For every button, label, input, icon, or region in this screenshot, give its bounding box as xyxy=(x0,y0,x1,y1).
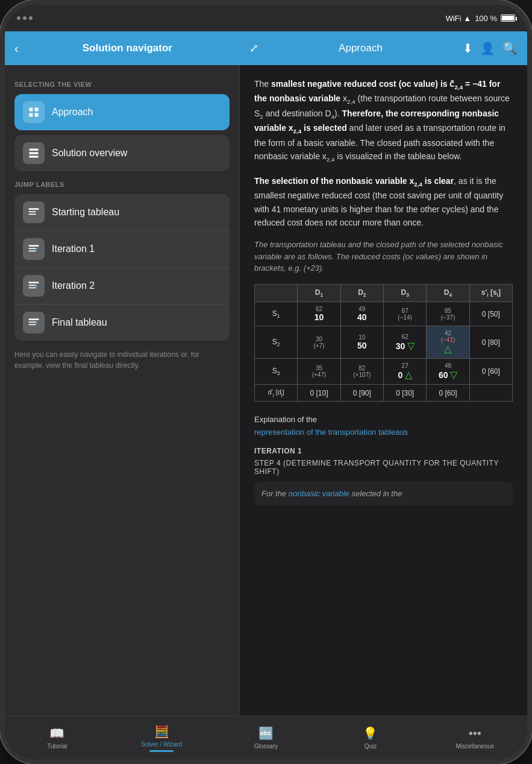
cell-s2-d4: 42 (−41) △ xyxy=(427,326,469,359)
content-area[interactable]: The smallest negative reduced cost (oc v… xyxy=(240,65,527,716)
cell-s3-d1: 35 (+47) xyxy=(298,359,340,385)
screen: WiFi ▲ 100 % ‹ Solution navigator ⤢ Appr… xyxy=(5,5,527,759)
expand-icon[interactable]: ⤢ xyxy=(249,42,258,55)
main-content: SELECTING THE VIEW Approach Solution ove… xyxy=(5,65,527,716)
sidebar-jump-final[interactable]: Final tableau xyxy=(14,305,230,341)
sidebar: SELECTING THE VIEW Approach Solution ove… xyxy=(5,65,240,716)
table-row-demand: d'j [dj] 0 [10] 0 [90] 0 [30] 0 [60] xyxy=(255,385,513,402)
status-dots xyxy=(17,16,33,20)
cell-s1-d4: 85 (−37) xyxy=(427,302,469,326)
svg-marker-13 xyxy=(36,248,37,251)
quiz-icon: 💡 xyxy=(363,726,378,740)
solution-icon xyxy=(23,142,45,164)
transport-table: D1 D2 D3 D4 s'i [si] S1 62 xyxy=(254,284,513,402)
cell-d2-demand: 0 [90] xyxy=(340,385,383,402)
approach-icon xyxy=(23,101,45,123)
sidebar-approach-label: Approach xyxy=(52,107,93,118)
cell-s2-d2: 10 50 xyxy=(340,326,383,359)
tutorial-label: Tutorial xyxy=(47,743,67,750)
final-tableau-icon xyxy=(23,312,45,333)
tab-tutorial[interactable]: 📖 Tutorial xyxy=(5,726,109,750)
sidebar-item-approach[interactable]: Approach xyxy=(14,94,230,130)
svg-rect-6 xyxy=(30,156,39,157)
table-row-s2: S2 30 (+7) 10 50 62 30 xyxy=(255,326,513,359)
dot3 xyxy=(29,16,33,20)
status-bar: WiFi ▲ 100 % xyxy=(5,5,527,31)
paragraph2: The selection of the nonbasic variable x… xyxy=(254,174,513,230)
svg-rect-10 xyxy=(29,245,39,247)
table-header-si: s'i [si] xyxy=(469,284,512,301)
svg-rect-12 xyxy=(29,251,36,252)
svg-rect-8 xyxy=(29,211,36,212)
svg-rect-15 xyxy=(29,285,36,286)
table-header-d4: D4 xyxy=(427,284,469,301)
table-row-s1: S1 62 10 49 40 87 (−14) xyxy=(255,302,513,326)
tab-indicator xyxy=(149,750,174,752)
svg-rect-1 xyxy=(35,108,39,112)
sidebar-jump-box: Starting tableau Iteration 1 xyxy=(14,194,230,341)
sidebar-jump-section: JUMP LABELS Starting tableau xyxy=(14,181,230,341)
iter1-icon xyxy=(23,238,45,260)
iteration-heading: ITERATION 1 xyxy=(254,447,513,455)
sidebar-section1-label: SELECTING THE VIEW xyxy=(14,81,230,88)
device: WiFi ▲ 100 % ‹ Solution navigator ⤢ Appr… xyxy=(0,0,532,764)
svg-rect-20 xyxy=(29,324,36,326)
battery-pct: 100 % xyxy=(475,14,497,23)
svg-rect-16 xyxy=(29,288,36,289)
iter2-icon xyxy=(23,275,45,297)
sidebar-solution-label: Solution overview xyxy=(52,148,127,159)
tutorial-icon: 📖 xyxy=(49,726,64,740)
jump-iter2-label: Iteration 2 xyxy=(52,280,95,291)
svg-rect-4 xyxy=(30,149,39,151)
sidebar-jump-starting[interactable]: Starting tableau xyxy=(14,194,230,231)
content-nav-title: Approach xyxy=(258,42,463,54)
cell-s3-si: 0 [60] xyxy=(469,359,512,385)
dot1 xyxy=(17,16,20,20)
table-header-empty xyxy=(255,284,298,301)
back-button[interactable]: ‹ xyxy=(14,42,19,55)
row-label-s3: S3 xyxy=(255,359,298,385)
download-icon[interactable]: ⬇ xyxy=(463,41,473,55)
svg-rect-18 xyxy=(29,318,39,320)
sidebar-jump-iter1[interactable]: Iteration 1 xyxy=(14,231,230,268)
misc-icon: ••• xyxy=(469,727,481,740)
tab-quiz[interactable]: 💡 Quiz xyxy=(318,726,422,750)
battery-bar xyxy=(501,14,515,22)
cell-s2-d3: 62 30 ▽ xyxy=(383,326,426,359)
tab-glossary[interactable]: 🔤 Glossary xyxy=(214,726,318,750)
battery-fill xyxy=(502,16,514,21)
cell-s1-si: 0 [50] xyxy=(469,302,512,326)
row-label-demand: d'j [dj] xyxy=(255,385,298,402)
svg-rect-14 xyxy=(29,282,39,283)
search-icon[interactable]: 🔍 xyxy=(502,41,518,55)
person-icon[interactable]: 👤 xyxy=(480,41,495,55)
cell-d4-demand: 0 [60] xyxy=(427,385,469,402)
misc-label: Miscellaneous xyxy=(456,743,494,750)
row-label-s1: S1 xyxy=(255,302,298,326)
sidebar-section2-label: JUMP LABELS xyxy=(14,181,230,188)
svg-marker-21 xyxy=(36,321,37,324)
tab-solver[interactable]: 🧮 Solver / Wizard xyxy=(109,724,213,752)
svg-marker-17 xyxy=(36,285,37,288)
sidebar-item-solution[interactable]: Solution overview xyxy=(14,135,230,171)
svg-rect-5 xyxy=(30,152,39,154)
sidebar-jump-iter2[interactable]: Iteration 2 xyxy=(14,268,230,305)
tab-misc[interactable]: ••• Miscellaneous xyxy=(423,727,527,750)
nav-right: ⤢ Approach ⬇ 👤 🔍 xyxy=(240,41,527,55)
status-right: WiFi ▲ 100 % xyxy=(446,14,515,23)
glossary-icon: 🔤 xyxy=(258,726,274,740)
cell-s2-d1: 30 (+7) xyxy=(298,326,340,359)
cell-d3-demand: 0 [30] xyxy=(383,385,426,402)
nav-left: ‹ Solution navigator xyxy=(5,42,240,55)
svg-rect-19 xyxy=(29,321,36,323)
nav-bar: ‹ Solution navigator ⤢ Approach ⬇ 👤 🔍 xyxy=(5,31,527,65)
cell-d1-demand: 0 [10] xyxy=(298,385,340,402)
sidebar-help-text: Here you can easily navigate to individu… xyxy=(14,349,230,371)
wifi-icon: WiFi ▲ xyxy=(446,14,471,23)
nav-title: Solution navigator xyxy=(25,42,230,54)
jump-iter1-label: Iteration 1 xyxy=(52,244,95,254)
starting-tableau-icon xyxy=(23,201,45,223)
table-header-d3: D3 xyxy=(383,284,426,301)
cell-s1-d2: 49 40 xyxy=(340,302,383,326)
explanation-link[interactable]: representation of the transportation tab… xyxy=(254,428,408,437)
